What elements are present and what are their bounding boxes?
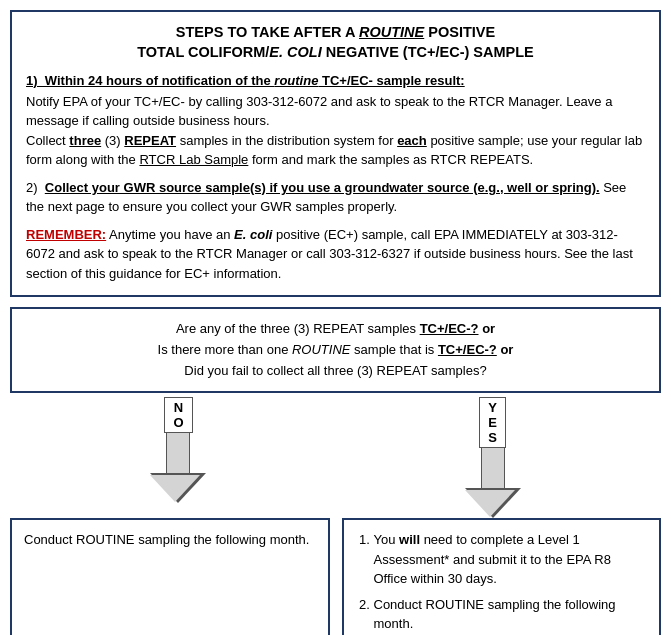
each-text: each (397, 133, 427, 148)
remember-label: REMEMBER: (26, 227, 106, 242)
section-1-p2: Collect three (3) REPEAT samples in the … (26, 131, 645, 170)
title-negative: NEGATIVE (TC+/EC-) SAMPLE (322, 44, 534, 60)
outcome-left-text: Conduct ROUTINE sampling the following m… (24, 532, 309, 547)
outcome-left-box: Conduct ROUTINE sampling the following m… (10, 518, 330, 635)
routine-italic: ROUTINE (292, 342, 351, 357)
remember-block: REMEMBER: Anytime you have an E. coli po… (26, 225, 645, 284)
or-1: or (482, 321, 495, 336)
outcome-right-item2-text: Conduct ROUTINE sampling the following m… (374, 597, 616, 632)
yes-arrow-shape (465, 448, 521, 518)
three-text: three (69, 133, 101, 148)
yes-head-inner (465, 490, 515, 517)
flow-q-line3: Did you fail to collect all three (3) RE… (32, 361, 639, 382)
main-title: STEPS TO TAKE AFTER A ROUTINE POSITIVE T… (26, 22, 645, 63)
yes-label-box: YES (479, 397, 506, 448)
yes-shaft (481, 448, 505, 490)
section-2-body: 2) Collect your GWR source sample(s) if … (26, 178, 645, 217)
no-shaft (166, 433, 190, 475)
section-2: 2) Collect your GWR source sample(s) if … (26, 178, 645, 217)
tcec-bold-2: TC+/EC-? (438, 342, 497, 357)
yes-arrow-col: YES (364, 393, 621, 518)
repeat-text: REPEAT (124, 133, 176, 148)
flow-q-line1: Are any of the three (3) REPEAT samples … (32, 319, 639, 340)
top-info-section: STEPS TO TAKE AFTER A ROUTINE POSITIVE T… (10, 10, 661, 297)
outcome-boxes-row: Conduct ROUTINE sampling the following m… (10, 518, 661, 635)
outcome-right-box: You will need to complete a Level 1 Asse… (342, 518, 662, 635)
no-arrow-wrapper: NO (150, 397, 206, 503)
flow-q-line2: Is there more than one ROUTINE sample th… (32, 340, 639, 361)
section-1-body: Notify EPA of your TC+/EC- by calling 30… (26, 92, 645, 170)
no-arrow-col: NO (50, 393, 307, 503)
remember-ecoli: E. coli (234, 227, 272, 242)
no-arrow-shape (150, 433, 206, 503)
arrows-row: NO YES (10, 393, 661, 518)
title-prefix: STEPS TO TAKE AFTER A (176, 24, 359, 40)
title-routine: ROUTINE (359, 24, 424, 40)
or-2: or (500, 342, 513, 357)
you-text: You (374, 532, 400, 547)
rtcr-lab-link: RTCR Lab Sample (139, 152, 248, 167)
flow-diagram: Are any of the three (3) REPEAT samples … (10, 307, 661, 635)
section-1-header-end: TC+/EC- sample result: (318, 73, 464, 88)
title-tc: TOTAL COLIFORM/ (137, 44, 269, 60)
yes-arrow-wrapper: YES (465, 397, 521, 518)
section-2-num: 2) (26, 180, 45, 195)
title-positive: POSITIVE (424, 24, 495, 40)
outcome-right-item-2: Conduct ROUTINE sampling the following m… (374, 595, 648, 634)
section-1-routine: routine (274, 73, 318, 88)
no-head-inner (150, 475, 200, 502)
title-ecoli: E. COLI (269, 44, 321, 60)
section-2-header-text: Collect your GWR source sample(s) if you… (45, 180, 600, 195)
outcome-right-item-1: You will need to complete a Level 1 Asse… (374, 530, 648, 589)
will-text: will (399, 532, 420, 547)
section-1-p1: Notify EPA of your TC+/EC- by calling 30… (26, 92, 645, 131)
section-1-header-text: 1) Within 24 hours of notification of th… (26, 73, 274, 88)
tcec-bold-1: TC+/EC-? (420, 321, 479, 336)
no-label-box: NO (164, 397, 192, 433)
remember-intro: Anytime you have an (109, 227, 234, 242)
section-1: 1) Within 24 hours of notification of th… (26, 73, 645, 170)
section-1-header: 1) Within 24 hours of notification of th… (26, 73, 645, 88)
flow-question-box: Are any of the three (3) REPEAT samples … (10, 307, 661, 393)
outcome-right-list: You will need to complete a Level 1 Asse… (374, 530, 648, 634)
